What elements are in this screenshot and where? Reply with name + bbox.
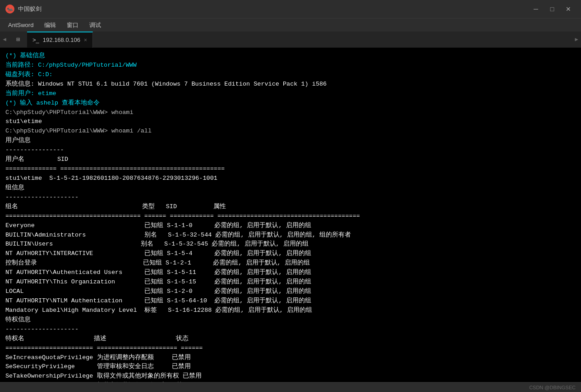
terminal-line: NT AUTHORITY\NTLM Authentication 已知组 S-1… — [5, 296, 576, 306]
terminal-line: 特权名 描述 状态 — [5, 334, 576, 344]
terminal-line: ============== =========================… — [5, 164, 576, 174]
terminal-line: BUILTIN\Administrators 别名 S-1-5-32-544 必… — [5, 231, 576, 240]
terminal-line: 当前路径: C:/phpStudy/PHPTutorial/WWW — [5, 61, 576, 70]
app-icon: 🐜 — [5, 5, 14, 14]
terminal-line: Everyone 已知组 S-1-1-0 必需的组, 启用于默认, 启用的组 — [5, 221, 576, 231]
terminal-line: BUILTIN\Users 别名 S-1-5-32-545 必需的组, 启用于默… — [5, 240, 576, 249]
terminal-line: 特权信息 — [5, 315, 576, 325]
terminal-line: C:\phpStudy\PHPTutorial\WWW> whoami /all — [5, 127, 576, 136]
terminal-line: (*) 基础信息 — [5, 51, 576, 61]
terminal-line: 系统信息: Windows NT STU1 6.1 build 7601 (Wi… — [5, 80, 576, 89]
terminal-line: stu1\etime S-1-5-21-1982601180-208763487… — [5, 174, 576, 183]
tab-grid-button[interactable]: ⊞ — [9, 32, 27, 48]
tab-label: 192.168.0.106 — [43, 36, 80, 43]
window-controls: ─ □ ✕ — [529, 4, 576, 14]
terminal-line: 控制台登录 已知组 S-1-2-1 必需的组, 启用于默认, 启用的组 — [5, 259, 576, 268]
terminal-line: 磁盘列表: C:D: — [5, 70, 576, 80]
close-button[interactable]: ✕ — [561, 4, 576, 14]
statusbar: CSDN @DBINGSEC — [0, 382, 581, 392]
terminal-line: ===================================== ==… — [5, 212, 576, 221]
terminal-line: SeIncreaseQuotaPrivilege 为进程调整内存配额 已禁用 — [5, 353, 576, 363]
titlebar: 🐜 中国蚁剑 ─ □ ✕ — [0, 0, 581, 18]
terminal-output[interactable]: (*) 基础信息当前路径: C:/phpStudy/PHPTutorial/WW… — [0, 48, 581, 382]
terminal-line: SeSecurityPrivilege 管理审核和安全日志 已禁用 — [5, 362, 576, 372]
terminal-tab[interactable]: >_ 192.168.0.106 × — [27, 32, 93, 48]
terminal-line: -------------------- — [5, 325, 576, 334]
tabbar: ◀ ⊞ >_ 192.168.0.106 × ▶ — [0, 32, 581, 48]
minimize-button[interactable]: ─ — [529, 4, 543, 14]
menu-edit[interactable]: 编辑 — [40, 20, 60, 31]
terminal-line: 组信息 — [5, 183, 576, 193]
tab-scroll-left[interactable]: ◀ — [0, 32, 9, 48]
tab-icon: >_ — [32, 36, 39, 43]
menubar: AntSword 编辑 窗口 调试 — [0, 18, 581, 32]
tab-scroll-right[interactable]: ▶ — [572, 32, 581, 48]
menu-debug[interactable]: 调试 — [85, 20, 106, 31]
terminal-line: NT AUTHORITY\This Organization 已知组 S-1-5… — [5, 278, 576, 287]
terminal-line: 组名 类型 SID 属性 — [5, 202, 576, 212]
terminal-line: SeTakeOwnershipPrivilege 取得文件或其他对象的所有权 已… — [5, 372, 576, 381]
terminal-line: NT AUTHORITY\INTERACTIVE 已知组 S-1-5-4 必需的… — [5, 249, 576, 259]
menu-window[interactable]: 窗口 — [62, 20, 83, 31]
terminal-line: -------------------- — [5, 193, 576, 202]
terminal-line: 用户名 SID — [5, 155, 576, 164]
terminal-line: LOCAL 已知组 S-1-2-0 必需的组, 启用于默认, 启用的组 — [5, 287, 576, 296]
terminal-line: 用户信息 — [5, 136, 576, 146]
terminal-line: Mandatory Label\High Mandatory Level 标签 … — [5, 306, 576, 315]
terminal-line: 当前用户: etime — [5, 89, 576, 99]
terminal-line: stu1\etime — [5, 117, 576, 127]
menu-antsword[interactable]: AntSword — [4, 20, 38, 30]
statusbar-text: CSDN @DBINGSEC — [529, 385, 576, 390]
terminal-line: ---------------- — [5, 146, 576, 155]
maximize-button[interactable]: □ — [545, 4, 559, 14]
tab-close-button[interactable]: × — [84, 37, 87, 43]
app-title: 中国蚁剑 — [18, 5, 529, 13]
terminal-line: ======================== ===============… — [5, 344, 576, 353]
terminal-line: NT AUTHORITY\Authenticated Users 已知组 S-1… — [5, 268, 576, 278]
terminal-line: (*) 输入 ashelp 查看本地命令 — [5, 99, 576, 108]
terminal-line: C:\phpStudy\PHPTutorial\WWW> whoami — [5, 108, 576, 118]
